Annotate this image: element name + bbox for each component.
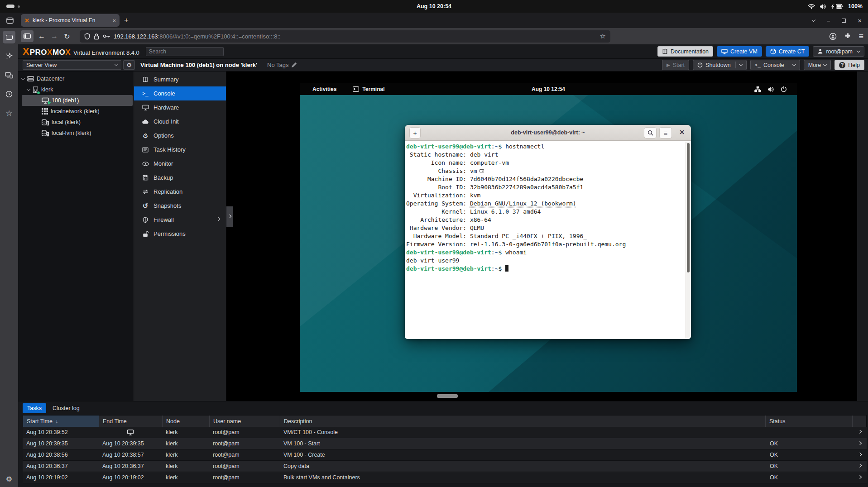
browser-side-strip: ☆ ⚙ <box>0 28 18 487</box>
search-input[interactable] <box>146 47 224 56</box>
column-status[interactable]: Status <box>766 415 853 427</box>
documentation-button[interactable]: Documentation <box>657 46 713 57</box>
column-start-time[interactable]: Start Time↓ <box>23 415 99 427</box>
tab-tasks[interactable]: Tasks <box>23 403 46 413</box>
menu-item-monitor[interactable]: Monitor <box>134 157 226 171</box>
expand-caret-icon[interactable] <box>27 87 30 91</box>
list-tabs-icon[interactable] <box>812 18 815 21</box>
vertical-tabs-button[interactable] <box>3 31 15 43</box>
console-button[interactable]: >_Console <box>750 60 800 70</box>
tree-item-vm-100[interactable]: 100 (deb1) <box>22 95 133 106</box>
task-row[interactable]: Aug 10 20:38:56 Aug 10 20:38:57 klerk ro… <box>23 449 867 461</box>
scrollbar-thumb[interactable] <box>687 143 690 272</box>
menu-item-summary[interactable]: Summary <box>134 72 226 86</box>
view-selector[interactable]: Server View <box>23 60 121 70</box>
proxmox-logo[interactable]: X PROXMOX Virtual Environment 8.4.0 <box>23 46 139 57</box>
column-end-time[interactable]: End Time <box>99 415 163 427</box>
terminal-scrollbar[interactable] <box>686 142 691 338</box>
terminal-titlebar[interactable]: + deb-virt-user99@deb-virt: ~ ≡ ✕ <box>405 125 691 141</box>
menu-item-hardware[interactable]: Hardware <box>134 100 226 115</box>
sidebar-toggle-button[interactable] <box>21 30 34 42</box>
lock-warning-icon[interactable] <box>94 33 99 40</box>
history-clock-icon[interactable] <box>3 88 15 100</box>
menu-item-backup[interactable]: Backup <box>134 171 226 185</box>
tree-item-node-klerk[interactable]: klerk <box>22 84 133 95</box>
back-button[interactable]: ← <box>35 30 48 42</box>
row-expand-chevron[interactable] <box>853 466 867 467</box>
menu-item-replication[interactable]: Replication <box>134 185 226 199</box>
shutdown-button[interactable]: Shutdown <box>693 60 747 70</box>
shield-icon[interactable] <box>84 33 90 40</box>
reload-button[interactable]: ↻ <box>61 30 73 42</box>
menu-item-snapshots[interactable]: ↺Snapshots <box>134 199 226 213</box>
terminal-close-button[interactable]: ✕ <box>679 129 685 136</box>
guest-desktop[interactable]: + deb-virt-user99@deb-virt: ~ ≡ ✕ deb-vi… <box>300 95 797 392</box>
firefox-view-icon[interactable] <box>6 17 14 24</box>
tree-item-storage-local-lvm[interactable]: local-lvm (klerk) <box>22 128 133 138</box>
url-text[interactable]: 192.168.122.163:8006/#v1:0:=qemu%2F100:4… <box>114 33 596 40</box>
menu-item-permissions[interactable]: Permissions <box>134 227 226 241</box>
task-row[interactable]: Aug 10 20:39:35 Aug 10 20:39:35 klerk ro… <box>23 438 867 449</box>
terminal-window[interactable]: + deb-virt-user99@deb-virt: ~ ≡ ✕ deb-vi… <box>405 125 691 339</box>
extensions-icon[interactable] <box>844 33 851 40</box>
window-restore-button[interactable] <box>842 19 846 23</box>
shutdown-dropdown-icon[interactable] <box>739 62 742 66</box>
window-close-button[interactable]: × <box>858 17 862 24</box>
forward-button[interactable]: → <box>48 30 61 42</box>
guest-clock[interactable]: Aug 10 12:54 <box>300 86 797 92</box>
column-node[interactable]: Node <box>163 415 210 427</box>
host-clock[interactable]: Aug 10 20:54 <box>417 3 451 10</box>
browser-tab[interactable]: ✕ klerk - Proxmox Virtual En × <box>21 14 120 27</box>
help-button[interactable]: ?Help <box>834 60 864 70</box>
row-expand-chevron[interactable] <box>853 432 867 433</box>
terminal-search-button[interactable] <box>644 127 657 138</box>
workspace-indicator[interactable] <box>6 5 20 8</box>
bookmark-star-icon[interactable]: ☆ <box>600 32 606 40</box>
column-description[interactable]: Description <box>280 415 766 427</box>
tree-item-datacenter[interactable]: Datacenter <box>22 73 133 84</box>
window-minimize-button[interactable]: – <box>827 17 830 24</box>
sidebar-settings-gear-icon[interactable]: ⚙ <box>6 475 12 483</box>
key-icon[interactable] <box>103 33 110 39</box>
row-expand-chevron[interactable] <box>853 477 867 478</box>
url-bar[interactable]: 192.168.122.163:8006/#v1:0:=qemu%2F100:4… <box>80 30 610 43</box>
vnc-console-area[interactable]: Activities Terminal Aug 10 12:54 <box>226 72 857 401</box>
tab-cluster-log[interactable]: Cluster log <box>48 403 84 413</box>
menu-item-options[interactable]: ⚙Options <box>134 129 226 143</box>
terminal-body[interactable]: deb-virt-user99@deb-virt:~$ hostnamectl … <box>405 141 691 339</box>
account-icon[interactable] <box>829 33 837 40</box>
synced-tabs-icon[interactable] <box>3 69 15 81</box>
console-horizontal-scrollbar[interactable] <box>437 394 458 398</box>
menu-item-console[interactable]: >_Console <box>134 86 226 100</box>
more-button[interactable]: More <box>804 60 831 70</box>
task-row[interactable]: Aug 10 20:36:37 Aug 10 20:36:37 klerk ro… <box>23 461 867 472</box>
task-row[interactable]: Aug 10 20:19:02 Aug 10 20:19:02 klerk ro… <box>23 472 867 483</box>
ai-chatbot-icon[interactable] <box>3 50 15 62</box>
tree-item-storage-local[interactable]: local (klerk) <box>22 117 133 128</box>
menu-hamburger-icon[interactable]: ≡ <box>858 32 863 41</box>
expand-caret-icon[interactable] <box>21 76 25 80</box>
guest-screen[interactable]: Activities Terminal Aug 10 12:54 <box>300 83 797 392</box>
column-user-name[interactable]: User name <box>210 415 280 427</box>
menu-item-cloud-init[interactable]: Cloud-Init <box>134 115 226 129</box>
tree-item-localnetwork[interactable]: localnetwork (klerk) <box>22 106 133 117</box>
row-expand-chevron[interactable] <box>853 454 867 456</box>
tree-settings-gear-icon[interactable]: ⚙ <box>123 60 135 70</box>
bookmarks-star-icon[interactable]: ☆ <box>3 107 15 119</box>
console-dropdown-icon[interactable] <box>792 62 796 66</box>
panel-expander-handle[interactable] <box>226 206 233 227</box>
terminal-menu-button[interactable]: ≡ <box>659 127 672 138</box>
create-ct-button[interactable]: Create CT <box>766 46 810 57</box>
terminal-new-tab-button[interactable]: + <box>409 127 421 138</box>
new-tab-button[interactable]: + <box>124 16 129 25</box>
start-button[interactable]: ▶Start <box>662 60 689 70</box>
row-expand-chevron[interactable] <box>853 443 867 444</box>
host-system-tray[interactable]: 100% <box>808 3 863 10</box>
menu-item-task-history[interactable]: Task History <box>134 143 226 157</box>
create-vm-button[interactable]: Create VM <box>717 46 762 57</box>
user-menu-button[interactable]: root@pam <box>813 46 864 57</box>
menu-item-firewall[interactable]: Firewall <box>134 213 226 227</box>
no-tags[interactable]: No Tags <box>267 62 297 68</box>
task-row[interactable]: Aug 10 20:39:52 klerk root@pam VM/CT 100… <box>23 427 867 438</box>
tab-close-icon[interactable]: × <box>110 17 116 24</box>
